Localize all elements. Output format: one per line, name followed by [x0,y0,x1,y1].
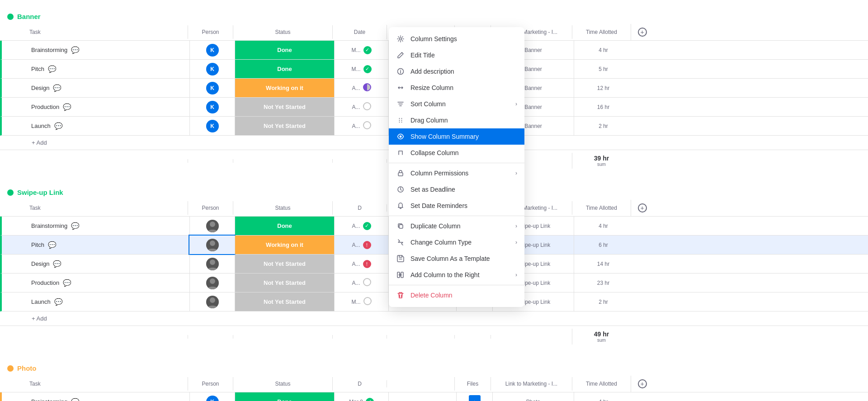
comment-icon[interactable]: 💬 [63,103,71,111]
status-cell[interactable]: Working on it [235,236,334,254]
summary-person-2 [188,335,233,339]
comment-icon[interactable]: 💬 [54,122,63,130]
status-cell[interactable]: Done [235,392,334,401]
avatar: K [206,396,219,401]
comment-icon[interactable]: 💬 [48,241,57,249]
status-cell[interactable]: Done [235,217,334,235]
time-cell: 12 hr [574,79,632,97]
add-row-label[interactable]: + Add [32,139,47,146]
menu-item-add-column-right[interactable]: Add Column to the Right › [389,267,524,283]
time-cell: 2 hr [574,117,632,135]
menu-item-column-settings[interactable]: Column Settings [389,31,524,47]
link-value: Photo [526,399,540,401]
group-title-swipe-up: Swipe-up Link [17,189,63,196]
add-column-button-2[interactable]: + [638,203,647,212]
task-name: Brainstorming [31,398,67,401]
empty-circle-icon [363,102,371,110]
col-header-person-3: Person [188,377,233,391]
summary-status [233,159,332,163]
menu-item-sort-column[interactable]: Sort Column › [389,96,524,112]
add-column-button-3[interactable]: + [638,379,647,388]
add-row-swipe-up[interactable]: + Add [0,311,868,326]
menu-item-edit-title[interactable]: Edit Title [389,47,524,63]
status-cell[interactable]: Done [235,41,334,59]
person-cell[interactable]: K [189,392,235,401]
status-cell[interactable]: Working on it [235,79,334,97]
time-value: 2 hr [599,123,608,129]
menu-item-label: Save Column As a Template [410,255,490,262]
menu-item-add-description[interactable]: Add description [389,63,524,80]
status-cell[interactable]: Not Yet Started [235,98,334,116]
add-row-label-2[interactable]: + Add [32,315,47,322]
person-cell[interactable] [189,236,235,254]
time-value: 6 hr [599,242,608,248]
duplicate-icon [396,222,405,230]
avatar: K [206,63,219,75]
col-header-date: Date [332,25,387,39]
time-cell: 23 hr [574,274,632,292]
done-circle-icon: ✓ [363,46,372,54]
person-cell[interactable]: K [189,60,235,78]
summary-person [188,159,233,163]
menu-item-duplicate-column[interactable]: Duplicate Column › [389,218,524,234]
menu-item-date-reminders[interactable]: Set Date Reminders [389,198,524,214]
person-cell[interactable]: K [189,117,235,135]
person-cell[interactable] [189,274,235,292]
task-name: Production [31,104,59,110]
task-name: Pitch [31,66,44,72]
status-indicator [363,83,371,93]
menu-item-show-column-summary[interactable]: Show Column Summary [389,128,524,145]
comment-icon[interactable]: 💬 [54,298,63,306]
col-header-add-3[interactable]: + [631,376,653,392]
menu-item-set-deadline[interactable]: Set as Deadline [389,181,524,198]
menu-item-column-permissions[interactable]: Column Permissions › [389,165,524,181]
save-icon [396,255,405,262]
comment-icon[interactable]: 💬 [48,65,57,73]
comment-icon[interactable]: 💬 [53,260,61,268]
person-cell[interactable] [189,217,235,235]
menu-item-change-column-type[interactable]: Change Column Type › [389,234,524,250]
col-header-add-2[interactable]: + [631,200,653,216]
task-cell: Pitch 💬 [27,60,189,78]
menu-section-3: Duplicate Column › Change Column Type › … [389,218,524,283]
col-header-files-3: Files [454,377,491,391]
comment-icon[interactable]: 💬 [71,46,80,54]
group-header-banner[interactable]: Banner [0,9,868,24]
menu-item-save-template[interactable]: Save Column As a Template [389,250,524,267]
menu-item-delete-column[interactable]: Delete Column [389,287,524,303]
status-badge-not-started: Not Yet Started [235,98,334,116]
date-cell: A... ✓ [334,217,388,235]
group-header-photo[interactable]: Photo [0,361,868,376]
status-cell[interactable]: Not Yet Started [235,255,334,273]
comment-icon[interactable]: 💬 [53,84,61,92]
menu-item-drag-column[interactable]: Drag Column [389,112,524,128]
status-cell[interactable]: Not Yet Started [235,117,334,135]
comment-icon[interactable]: 💬 [63,279,71,287]
svg-point-9 [399,120,400,121]
task-name: Design [31,85,49,91]
summary-time-2: 49 hr sum [572,329,631,344]
menu-item-collapse-column[interactable]: Collapse Column [389,145,524,161]
comment-icon[interactable]: 💬 [71,398,80,401]
col-header-task-3: Task [25,377,188,391]
time-cell: 5 hr [574,60,632,78]
person-cell[interactable]: K [189,98,235,116]
comment-icon[interactable]: 💬 [71,222,80,230]
status-cell[interactable]: Done [235,60,334,78]
person-cell[interactable]: K [189,41,235,59]
status-cell[interactable]: Not Yet Started [235,292,334,311]
summary-time: 39 hr sum [572,153,631,169]
time-value: 14 hr [597,261,609,267]
menu-item-resize-column[interactable]: Resize Column [389,80,524,96]
person-cell[interactable] [189,255,235,273]
status-cell[interactable]: Not Yet Started [235,274,334,292]
menu-item-label: Delete Column [410,292,453,299]
summary-status-2 [233,335,332,339]
svg-point-10 [401,120,402,121]
date-cell: M... ✓ [334,60,388,78]
person-cell[interactable] [189,292,235,311]
col-header-add[interactable]: + [631,24,653,40]
add-column-button[interactable]: + [638,28,647,37]
date-value: Mar 9 [349,399,363,401]
person-cell[interactable]: K [189,79,235,97]
